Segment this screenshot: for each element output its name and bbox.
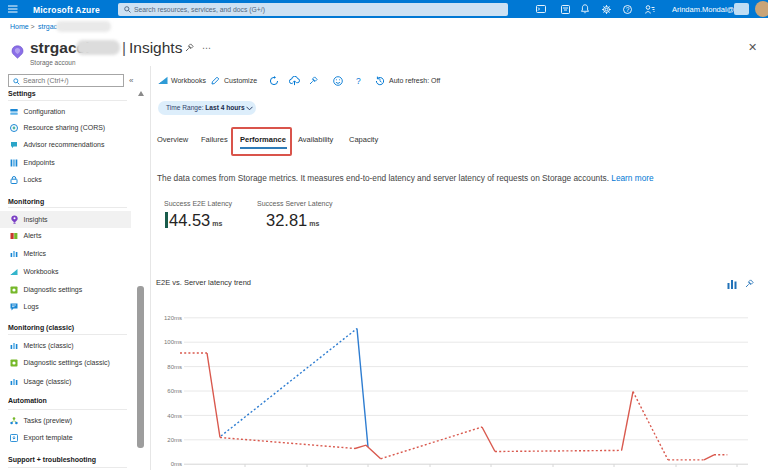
svg-text:20ms: 20ms [167,437,182,443]
svg-text:0ms: 0ms [171,461,182,467]
svg-text:?: ? [626,5,630,12]
svg-text:80ms: 80ms [167,364,182,370]
svg-text:120ms: 120ms [164,315,182,321]
svg-text:40ms: 40ms [167,413,182,419]
svg-text:100ms: 100ms [164,339,182,345]
svg-text:60ms: 60ms [167,388,182,394]
